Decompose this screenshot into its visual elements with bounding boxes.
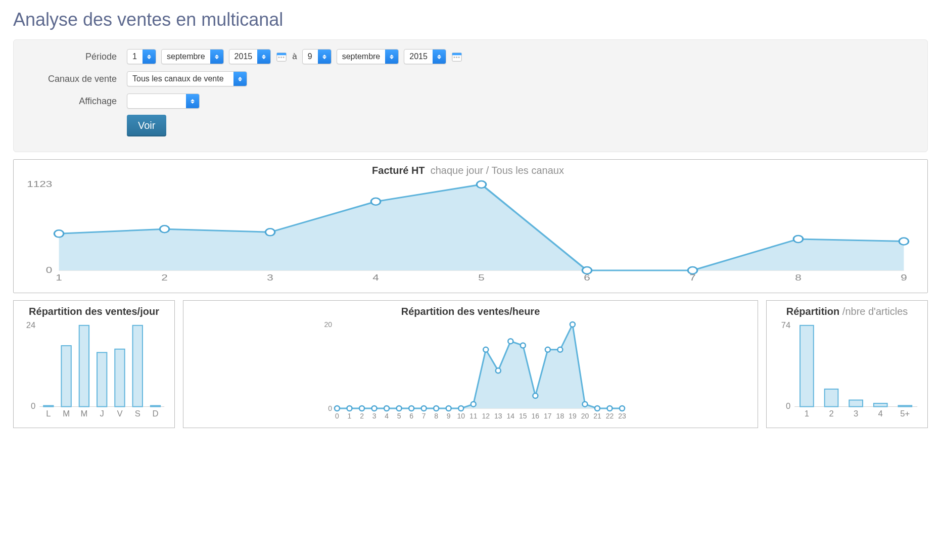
svg-text:4: 4 [372, 273, 379, 283]
svg-point-58 [421, 406, 427, 411]
svg-point-59 [434, 406, 439, 411]
main-chart-title-muted: chaque jour / Tous les canaux [431, 165, 564, 176]
from-year-select[interactable]: 2015 [229, 49, 271, 64]
from-month-select[interactable]: septembre [161, 49, 224, 64]
svg-rect-36 [61, 346, 71, 407]
svg-point-52 [347, 406, 352, 411]
chevron-updown-icon [186, 94, 199, 108]
period-separator: à [292, 52, 297, 62]
svg-point-20 [793, 236, 803, 243]
svg-rect-8 [456, 57, 457, 58]
svg-rect-3 [280, 57, 282, 58]
svg-text:11: 11 [469, 412, 478, 420]
svg-text:3: 3 [267, 273, 273, 283]
to-month-select[interactable]: septembre [337, 49, 399, 64]
svg-point-21 [899, 238, 909, 245]
svg-rect-2 [278, 57, 280, 58]
svg-point-17 [477, 181, 486, 188]
from-day-value: 1 [127, 50, 143, 64]
per-day-chart: 024LMMJVSD [20, 320, 168, 422]
svg-point-68 [545, 347, 550, 352]
channel-label: Canaux de vente [25, 74, 127, 84]
svg-point-15 [265, 228, 275, 236]
svg-point-67 [533, 393, 538, 398]
svg-text:0: 0 [786, 401, 790, 411]
calendar-icon[interactable] [276, 51, 287, 62]
svg-text:4: 4 [385, 412, 389, 420]
channel-value: Tous les canaux de vente [127, 72, 233, 86]
from-year-value: 2015 [229, 50, 258, 64]
svg-text:0: 0 [31, 401, 35, 411]
svg-text:9: 9 [447, 412, 451, 420]
svg-point-16 [371, 198, 381, 205]
to-month-value: septembre [337, 50, 386, 64]
svg-text:0: 0 [46, 265, 53, 275]
svg-text:18: 18 [556, 412, 564, 420]
per-articles-card: Répartition /nbre d'articles 07412345+ [766, 300, 928, 428]
svg-text:15: 15 [519, 412, 527, 420]
svg-rect-102 [800, 325, 814, 407]
svg-rect-46 [151, 406, 160, 407]
svg-text:6: 6 [584, 273, 590, 283]
display-select[interactable] [127, 94, 200, 109]
to-year-value: 2015 [404, 50, 433, 64]
svg-text:5+: 5+ [900, 409, 910, 418]
svg-rect-1 [277, 53, 286, 56]
per-hour-card: Répartition des ventes/heure 02001234567… [183, 300, 758, 428]
svg-text:S: S [135, 409, 140, 418]
svg-point-62 [471, 402, 476, 407]
svg-rect-38 [79, 325, 89, 407]
per-articles-title: Répartition /nbre d'articles [773, 306, 921, 317]
svg-text:6: 6 [409, 412, 413, 420]
svg-text:5: 5 [478, 273, 485, 283]
chevron-updown-icon [433, 50, 446, 64]
svg-point-64 [496, 368, 501, 373]
svg-text:0: 0 [328, 404, 332, 412]
svg-rect-106 [849, 400, 863, 407]
svg-rect-108 [874, 403, 887, 407]
svg-text:8: 8 [795, 273, 802, 283]
per-hour-chart: 0200123456789101112131415161718192021222… [190, 320, 751, 422]
svg-text:74: 74 [781, 320, 791, 330]
display-label: Affichage [25, 96, 127, 107]
svg-text:M: M [80, 409, 87, 418]
svg-rect-44 [133, 325, 143, 407]
chevron-updown-icon [318, 50, 331, 64]
display-value [127, 94, 186, 108]
svg-point-14 [160, 225, 169, 232]
svg-rect-42 [115, 349, 124, 407]
svg-text:2: 2 [161, 273, 168, 283]
chevron-updown-icon [385, 50, 398, 64]
svg-text:7: 7 [689, 273, 696, 283]
per-day-card: Répartition des ventes/jour 024LMMJVSD [13, 300, 175, 428]
svg-text:23: 23 [618, 412, 626, 420]
svg-text:M: M [63, 409, 70, 418]
main-chart-title-bold: Facturé HT [372, 165, 425, 176]
svg-rect-7 [453, 57, 455, 58]
svg-rect-9 [458, 57, 460, 58]
svg-text:8: 8 [434, 412, 438, 420]
svg-text:J: J [100, 409, 104, 418]
svg-rect-104 [825, 389, 838, 407]
view-button[interactable]: Voir [127, 115, 166, 136]
svg-text:9: 9 [901, 273, 907, 283]
channel-select[interactable]: Tous les canaux de vente [127, 71, 247, 86]
svg-point-71 [582, 402, 587, 407]
svg-point-60 [446, 406, 451, 411]
svg-text:17: 17 [544, 412, 552, 420]
svg-point-65 [508, 339, 513, 344]
to-day-select[interactable]: 9 [302, 49, 332, 64]
svg-point-57 [409, 406, 414, 411]
from-day-select[interactable]: 1 [127, 49, 156, 64]
svg-text:3: 3 [372, 412, 377, 420]
svg-text:1123: 1123 [27, 179, 52, 189]
calendar-icon[interactable] [451, 51, 462, 62]
svg-rect-6 [452, 53, 461, 56]
svg-text:12: 12 [482, 412, 490, 420]
svg-text:19: 19 [569, 412, 577, 420]
svg-point-74 [620, 406, 625, 411]
svg-point-70 [570, 322, 575, 327]
svg-text:2: 2 [829, 409, 833, 418]
svg-point-54 [372, 406, 377, 411]
to-year-select[interactable]: 2015 [404, 49, 446, 64]
